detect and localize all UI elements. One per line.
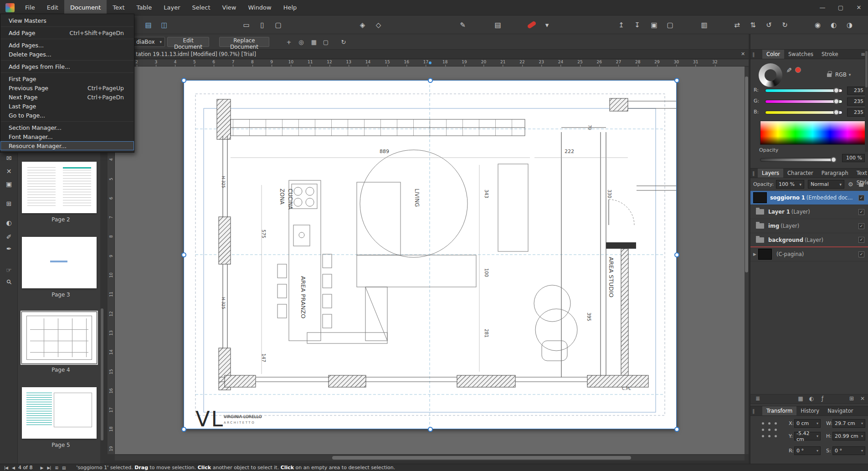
table-tool-icon[interactable]: ✉ bbox=[3, 152, 15, 164]
flip-horizontal-icon[interactable]: ⇄ bbox=[731, 19, 743, 31]
slider-knob[interactable] bbox=[833, 87, 839, 93]
menu-text[interactable]: Text bbox=[107, 0, 130, 15]
field-x[interactable]: 0 cm bbox=[794, 419, 821, 428]
selection-handle[interactable] bbox=[674, 78, 679, 83]
tab-transform[interactable]: Transform bbox=[762, 406, 796, 415]
menu-file[interactable]: File bbox=[19, 0, 41, 15]
layer-row-soggiorno-1[interactable]: soggiorno 1 (Embedded doc...✓ bbox=[750, 191, 868, 205]
fill-tool-icon[interactable]: ◐ bbox=[3, 217, 15, 228]
scrollbar-thumb[interactable] bbox=[332, 456, 631, 460]
menu-item-add-page[interactable]: Add PageCtrl+Shift+PageDn bbox=[0, 28, 134, 37]
opacity-slider-knob[interactable] bbox=[831, 157, 837, 163]
canvas[interactable]: 88922270ZONACUCINALIVINGAREA PRANZOAREA … bbox=[115, 67, 745, 454]
replace-document-button[interactable]: Replace Document bbox=[219, 37, 269, 47]
menu-item-next-page[interactable]: Next PageCtrl+PageDn bbox=[0, 92, 134, 102]
sampler-dropdown-icon[interactable]: ▾ bbox=[541, 19, 553, 31]
vector-crop-tool-icon[interactable]: ⊞ bbox=[3, 198, 15, 209]
column-guides-icon[interactable]: ▥ bbox=[698, 19, 710, 31]
tab-stroke[interactable]: Stroke bbox=[817, 50, 842, 59]
page-thumbnail-page-4[interactable] bbox=[22, 312, 97, 363]
page-thumbnail-page-3[interactable] bbox=[22, 237, 97, 288]
layer-link-icon[interactable]: ≣ bbox=[753, 395, 762, 402]
field-s[interactable]: 0 ° bbox=[832, 446, 865, 455]
close-document-icon[interactable]: ✕ bbox=[741, 51, 745, 57]
channel-slider-r[interactable] bbox=[765, 89, 842, 92]
zoom-options-icon[interactable]: ◐ bbox=[827, 19, 840, 31]
selection-handle[interactable] bbox=[428, 427, 433, 432]
guide-marker[interactable] bbox=[429, 61, 431, 64]
opacity-slider[interactable] bbox=[760, 158, 837, 162]
layer-visibility-checkbox[interactable]: ✓ bbox=[858, 209, 864, 215]
layers-opacity-dropdown[interactable]: 100 % bbox=[776, 180, 804, 189]
channel-value[interactable]: 235 bbox=[847, 97, 866, 106]
menu-window[interactable]: Window bbox=[242, 0, 277, 15]
view-quality-icon[interactable]: ◉ bbox=[812, 19, 824, 31]
add-layer-icon[interactable]: ⊞ bbox=[847, 395, 856, 402]
current-color-swatch[interactable] bbox=[795, 67, 801, 73]
menu-item-delete-pages[interactable]: Delete Pages... bbox=[0, 50, 134, 59]
tab-layers[interactable]: Layers bbox=[758, 169, 783, 178]
layer-visibility-checkbox[interactable]: ✓ bbox=[858, 195, 864, 201]
window-maximize-button[interactable]: ▢ bbox=[832, 0, 850, 15]
menu-item-previous-page[interactable]: Previous PageCtrl+PageUp bbox=[0, 83, 134, 92]
menu-view[interactable]: View bbox=[216, 0, 242, 15]
delete-layer-icon[interactable]: ✕ bbox=[858, 395, 867, 402]
tab-navigator[interactable]: Navigator bbox=[823, 406, 857, 415]
move-backward-icon[interactable]: ↧ bbox=[631, 19, 643, 31]
prev-page-button[interactable]: ◀ bbox=[12, 466, 15, 470]
tab-swatches[interactable]: Swatches bbox=[784, 50, 817, 59]
scrollbar-thumb[interactable] bbox=[101, 308, 103, 440]
mediabox-dropdown[interactable]: diaBox bbox=[133, 37, 165, 47]
layer-row-background[interactable]: background (Layer)✓ bbox=[750, 233, 868, 247]
selection-handle[interactable] bbox=[428, 78, 433, 83]
anchor-point[interactable] bbox=[762, 429, 764, 431]
lock-icon[interactable] bbox=[827, 73, 832, 77]
anchor-point[interactable] bbox=[768, 429, 770, 431]
picture-frame-tool-icon[interactable]: ▣ bbox=[3, 178, 15, 189]
last-page-button[interactable]: ▶| bbox=[47, 466, 51, 470]
rotate-ccw-icon[interactable]: ↺ bbox=[763, 19, 775, 31]
layer-row-layer-1[interactable]: Layer 1 (Layer)✓ bbox=[750, 205, 868, 219]
anchor-point[interactable] bbox=[775, 429, 777, 431]
tab-history[interactable]: History bbox=[796, 406, 823, 415]
scrollbar-thumb[interactable] bbox=[745, 77, 748, 272]
selection-handle[interactable] bbox=[181, 78, 186, 83]
expand-icon[interactable]: ▶ bbox=[753, 252, 756, 256]
menu-document[interactable]: Document bbox=[64, 0, 107, 15]
next-page-button[interactable]: ▶ bbox=[40, 466, 43, 470]
app-icon[interactable] bbox=[5, 3, 15, 12]
eyedropper-icon[interactable]: ✎ bbox=[785, 67, 793, 73]
menu-item-first-page[interactable]: First Page bbox=[0, 74, 134, 83]
rotate-page-icon[interactable]: ↻ bbox=[338, 37, 349, 47]
snapshot-icon[interactable]: ◈ bbox=[356, 19, 369, 31]
text-ruler-icon[interactable]: ▤ bbox=[492, 19, 504, 31]
color-sampler-icon[interactable] bbox=[526, 19, 537, 31]
color-mode-dropdown[interactable]: RGB bbox=[835, 72, 851, 78]
lock-icon[interactable] bbox=[859, 183, 863, 187]
preflight-button[interactable]: ▤ bbox=[62, 466, 66, 470]
blend-mode-dropdown[interactable]: Normal bbox=[808, 180, 844, 189]
menu-select[interactable]: Select bbox=[186, 0, 216, 15]
anchor-point[interactable] bbox=[768, 422, 770, 425]
document-setup-icon[interactable]: ▤ bbox=[142, 19, 154, 31]
menu-item-add-pages-from-file[interactable]: Add Pages from File... bbox=[0, 62, 134, 71]
menu-layer[interactable]: Layer bbox=[158, 0, 186, 15]
frame-options-icon[interactable]: ▢ bbox=[320, 37, 331, 47]
menu-item-resource-manager[interactable]: Resource Manager... bbox=[0, 141, 134, 150]
menu-item-section-manager[interactable]: Section Manager... bbox=[0, 123, 134, 132]
layer-visibility-checkbox[interactable]: ✓ bbox=[858, 223, 864, 229]
tab-paragraph[interactable]: Paragraph bbox=[817, 169, 853, 178]
preview-mode-icon[interactable]: ◑ bbox=[843, 19, 856, 31]
selection-handle[interactable] bbox=[181, 427, 186, 432]
node-tool-icon[interactable]: ✕ bbox=[3, 165, 15, 177]
selection-handle[interactable] bbox=[181, 252, 186, 257]
page-thumbnail-page-2[interactable] bbox=[22, 162, 97, 213]
text-frame-icon[interactable]: ▭ bbox=[240, 19, 252, 31]
channel-value[interactable]: 235 bbox=[847, 87, 866, 95]
pen-tool-icon[interactable]: ✒ bbox=[3, 243, 15, 254]
menu-item-last-page[interactable]: Last Page bbox=[0, 102, 134, 111]
anchor-point[interactable] bbox=[762, 422, 764, 425]
opacity-value[interactable]: 100 % bbox=[842, 154, 865, 162]
horizontal-ruler[interactable]: 2345678910111213141516171819202122232425… bbox=[108, 59, 749, 67]
slider-knob[interactable] bbox=[833, 98, 839, 104]
